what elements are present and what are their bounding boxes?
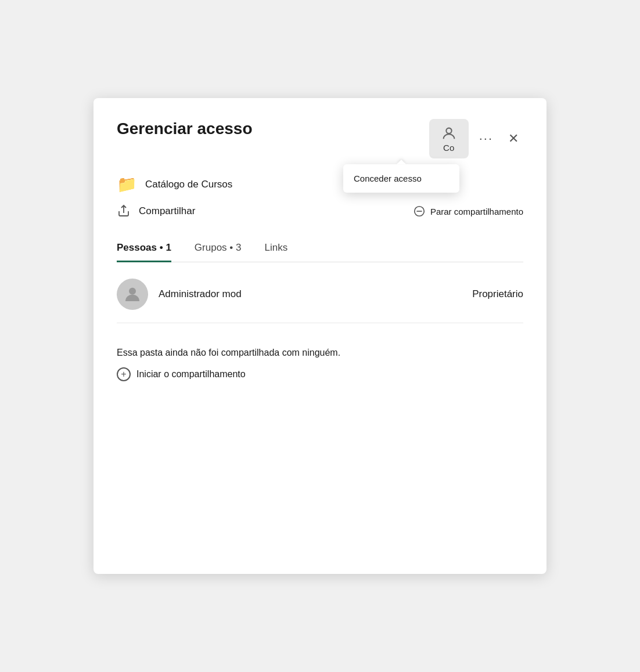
- dropdown-menu: Conceder acesso: [343, 164, 459, 193]
- folder-name: Catálogo de Cursos: [145, 179, 232, 190]
- svg-point-0: [446, 128, 451, 133]
- person-left: Administrador mod: [117, 279, 242, 310]
- folder-icon: 📁: [117, 175, 137, 194]
- person-row: Administrador mod Proprietário: [117, 279, 523, 323]
- empty-text: Essa pasta ainda não foi compartilhada c…: [117, 348, 523, 358]
- more-button[interactable]: ···: [476, 128, 497, 150]
- people-section: Administrador mod Proprietário Essa past…: [117, 262, 523, 381]
- avatar-label: Co: [443, 143, 454, 153]
- tab-links[interactable]: Links: [264, 235, 287, 262]
- dialog-title: Gerenciar acesso: [117, 119, 253, 139]
- person-name: Administrador mod: [159, 288, 242, 300]
- share-icon: [117, 204, 131, 218]
- header-row: Gerenciar acesso Co ··· ✕ Conceder acess…: [117, 119, 523, 158]
- share-label: Compartilhar: [139, 205, 195, 217]
- stop-icon: [413, 205, 426, 218]
- start-sharing-label: Iniciar o compartilhamento: [136, 369, 246, 380]
- tabs: Pessoas • 1 Grupos • 3 Links: [117, 234, 523, 262]
- manage-access-dialog: Gerenciar acesso Co ··· ✕ Conceder acess…: [94, 98, 546, 574]
- tab-grupos[interactable]: Grupos • 3: [195, 235, 242, 262]
- tab-pessoas[interactable]: Pessoas • 1: [117, 235, 171, 262]
- avatar-person-icon: [123, 285, 142, 304]
- folder-row: 📁 Catálogo de Cursos: [117, 175, 523, 194]
- stop-sharing-button[interactable]: Parar compartilhamento: [413, 205, 523, 218]
- person-icon: [441, 125, 457, 142]
- grant-access-item[interactable]: Conceder acesso: [343, 168, 459, 189]
- avatar-button[interactable]: Co: [429, 119, 469, 158]
- share-row: Compartilhar Parar compartilhamento: [117, 204, 523, 218]
- svg-point-4: [129, 288, 136, 295]
- header-actions: Co ··· ✕ Conceder acesso: [429, 119, 523, 158]
- close-button[interactable]: ✕: [504, 128, 523, 150]
- share-left: Compartilhar: [117, 204, 195, 218]
- start-sharing-button[interactable]: + Iniciar o compartilhamento: [117, 367, 523, 381]
- empty-state: Essa pasta ainda não foi compartilhada c…: [117, 336, 523, 381]
- avatar: [117, 279, 148, 310]
- stop-share-label: Parar compartilhamento: [430, 207, 523, 216]
- plus-circle-icon: +: [117, 367, 131, 381]
- person-role: Proprietário: [472, 288, 523, 300]
